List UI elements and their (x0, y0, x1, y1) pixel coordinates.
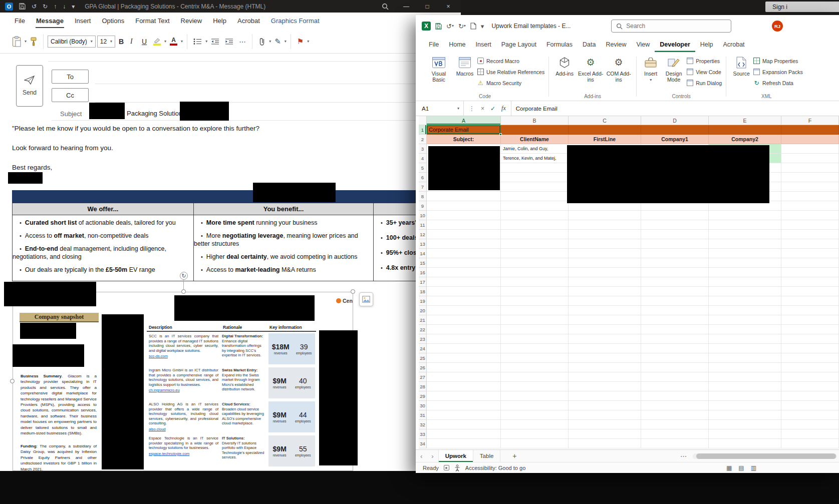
more-options-button[interactable]: ⋯ (237, 36, 248, 47)
cc-field-underline[interactable] (95, 102, 416, 103)
view-normal-icon[interactable]: ▦ (726, 464, 732, 471)
row-header-6[interactable]: 6 (419, 173, 427, 182)
cell-F27[interactable] (781, 372, 839, 382)
tab-review[interactable]: Review (175, 13, 208, 30)
cell-F1[interactable] (781, 125, 839, 135)
cell-F28[interactable] (781, 382, 839, 391)
cell-B19[interactable] (501, 296, 569, 306)
cell-F24[interactable] (781, 344, 839, 353)
cell-F34[interactable] (781, 439, 839, 448)
cell-B15[interactable] (501, 258, 569, 268)
cell-E24[interactable] (709, 344, 781, 353)
cell-D11[interactable] (641, 220, 709, 230)
cell-D19[interactable] (641, 296, 709, 306)
cell-E26[interactable] (709, 363, 781, 372)
qat-customize-icon[interactable]: ▾ (481, 23, 484, 30)
font-name-select[interactable]: Calibri (Body) ▾ (48, 36, 96, 48)
cell-B7[interactable] (501, 182, 569, 192)
cell-E14[interactable] (709, 249, 781, 258)
cell-F4[interactable] (781, 154, 839, 163)
cell-C11[interactable] (569, 220, 641, 230)
tab-file[interactable]: File (9, 13, 31, 30)
bullets-dropdown-icon[interactable]: ▾ (205, 40, 207, 44)
properties-button[interactable]: Properties (687, 58, 722, 64)
tab-help[interactable]: Help (695, 37, 718, 52)
row-header-30[interactable]: 30 (419, 401, 427, 410)
cell-C20[interactable] (569, 306, 641, 315)
cell-D22[interactable] (641, 325, 709, 334)
cell-D23[interactable] (641, 334, 709, 344)
bold-button[interactable]: B (117, 36, 127, 47)
tab-review[interactable]: Review (601, 37, 631, 52)
cell-B26[interactable] (501, 363, 569, 372)
cell-C14[interactable] (569, 249, 641, 258)
tab-insert[interactable]: Insert (471, 37, 496, 52)
cell-A25[interactable] (427, 353, 501, 363)
insert-function-icon[interactable]: fx (501, 105, 506, 112)
cell-A21[interactable] (427, 315, 501, 325)
cell-F10[interactable] (781, 211, 839, 220)
cell-D2[interactable]: Company1 (641, 135, 709, 144)
row-header-15[interactable]: 15 (419, 258, 427, 268)
source-button[interactable]: Source (730, 55, 752, 93)
cell-A18[interactable] (427, 287, 501, 296)
redo-icon[interactable]: ↻ (43, 4, 48, 10)
tab-formulas[interactable]: Formulas (541, 37, 578, 52)
cell-B12[interactable] (501, 230, 569, 239)
cell-D27[interactable] (641, 372, 709, 382)
name-box[interactable]: A1 ▾ (416, 101, 464, 116)
cell-E28[interactable] (709, 382, 781, 391)
cell-F29[interactable] (781, 391, 839, 401)
column-header-A[interactable]: A (427, 116, 501, 125)
minimize-button[interactable]: — (399, 0, 414, 13)
cell-C33[interactable] (569, 429, 641, 439)
highlight-dropdown-icon[interactable]: ▾ (164, 40, 166, 44)
cell-E23[interactable] (709, 334, 781, 344)
cell-A11[interactable] (427, 220, 501, 230)
cell-F31[interactable] (781, 410, 839, 420)
rotate-handle-icon[interactable]: ↻ (180, 272, 188, 280)
sheet-tab-upwork[interactable]: Upwork (438, 450, 473, 462)
cell-D31[interactable] (641, 410, 709, 420)
cell-B23[interactable] (501, 334, 569, 344)
map-properties-button[interactable]: Map Properties (753, 58, 803, 64)
row-header-31[interactable]: 31 (419, 410, 427, 420)
row-header-17[interactable]: 17 (419, 277, 427, 287)
cell-D24[interactable] (641, 344, 709, 353)
cell-B29[interactable] (501, 391, 569, 401)
cell-B25[interactable] (501, 353, 569, 363)
cell-A13[interactable] (427, 239, 501, 249)
tab-insert[interactable]: Insert (69, 13, 97, 30)
cell-E15[interactable] (709, 258, 781, 268)
row-header-19[interactable]: 19 (419, 296, 427, 306)
cell-B34[interactable] (501, 439, 569, 448)
sheet-nav-prev-icon[interactable]: ‹ (416, 452, 427, 460)
formula-bar-dots-icon[interactable]: ⋮ (469, 105, 475, 112)
tab-message[interactable]: Message (31, 13, 69, 30)
cell-F11[interactable] (781, 220, 839, 230)
cell-E11[interactable] (709, 220, 781, 230)
row-header-2[interactable]: 2 (419, 135, 427, 144)
cell-A20[interactable] (427, 306, 501, 315)
tab-graphics-format[interactable]: Graphics Format (265, 13, 325, 30)
row-header-32[interactable]: 32 (419, 420, 427, 429)
cell-A33[interactable] (427, 429, 501, 439)
tab-view[interactable]: View (631, 37, 655, 52)
cell-C28[interactable] (569, 382, 641, 391)
cell-D18[interactable] (641, 287, 709, 296)
cell-A8[interactable] (427, 192, 501, 201)
view-page-break-icon[interactable]: ▥ (751, 464, 756, 471)
cell-A30[interactable] (427, 401, 501, 410)
enter-check-icon[interactable]: ✓ (490, 105, 495, 112)
scrollbar-thumb[interactable] (696, 453, 836, 459)
cell-B14[interactable] (501, 249, 569, 258)
row-header-25[interactable]: 25 (419, 353, 427, 363)
resize-handle-top-right[interactable] (351, 289, 355, 294)
font-size-select[interactable]: 12 ▾ (97, 36, 115, 48)
cell-A29[interactable] (427, 391, 501, 401)
font-color-button[interactable]: A (168, 36, 179, 47)
subject-field-underline[interactable] (52, 120, 416, 121)
row-header-24[interactable]: 24 (419, 344, 427, 353)
cell-F12[interactable] (781, 230, 839, 239)
cell-A12[interactable] (427, 230, 501, 239)
